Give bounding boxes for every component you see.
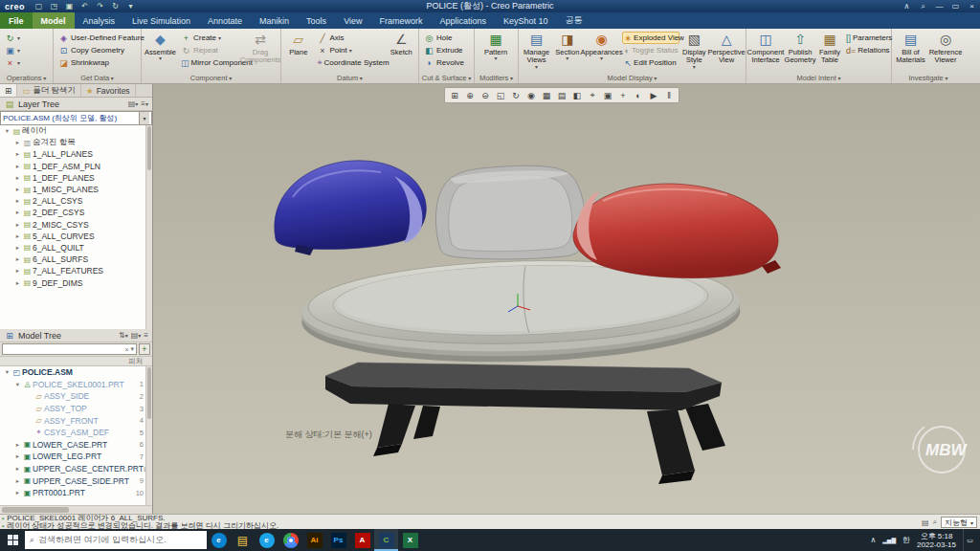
- group-label-datum[interactable]: Datum: [281, 74, 418, 83]
- layer-list-scrollbar[interactable]: [145, 125, 152, 329]
- component-interface-button[interactable]: ◫ Component Interface: [748, 30, 783, 74]
- navtab-favorites[interactable]: ★Favorites: [81, 84, 136, 97]
- layer-row[interactable]: ▸▤6_ALL_QUILT: [0, 242, 152, 253]
- layer-row[interactable]: ▸▤2_ALL_CSYS: [0, 195, 152, 207]
- group-label-cut-surface[interactable]: Cut & Surface: [419, 74, 474, 83]
- regenerate-button[interactable]: ↻▾: [2, 32, 23, 44]
- section-button[interactable]: ◨ Section▾: [553, 30, 581, 74]
- shading-icon[interactable]: ◉: [524, 89, 538, 102]
- taskbar-app-edge[interactable]: e: [207, 529, 231, 551]
- ime-indicator[interactable]: 한: [902, 535, 910, 545]
- hole-button[interactable]: ◎Hole: [421, 32, 467, 44]
- tab-manikin[interactable]: Manikin: [251, 12, 298, 29]
- new-icon[interactable]: ▢: [33, 1, 45, 12]
- plane-button[interactable]: ▱ Plane: [283, 30, 314, 74]
- layer-row[interactable]: ▸▤1_DEF_ASM_PLN: [0, 161, 152, 172]
- tree-sort-icon[interactable]: ⇅▾: [119, 331, 128, 340]
- tree-search-input[interactable]: × ▾: [2, 343, 137, 355]
- restore-button[interactable]: ▭: [947, 0, 964, 12]
- parameters-button[interactable]: []Parameters: [843, 32, 889, 44]
- layer-row[interactable]: ▸▤9_DEF_DIMS: [0, 276, 152, 288]
- minimize-button[interactable]: —: [931, 0, 947, 12]
- tree-root-row[interactable]: ▾◰POLICE.ASM: [0, 366, 152, 379]
- perspective-view-button[interactable]: △ Perspective View: [709, 30, 744, 74]
- tree-row[interactable]: ▸▣UPPER_CASE_CENTER.PRT8: [0, 463, 152, 475]
- taskbar-app-illustrator[interactable]: Ai: [302, 529, 326, 551]
- ribbon-collapse-icon[interactable]: ∧: [899, 0, 915, 12]
- customize-qat-icon[interactable]: ▾: [124, 1, 137, 12]
- active-model-combobox[interactable]: POLICE.ASM (최상위 모델, 활성) ▾: [0, 111, 152, 125]
- taskbar-clock[interactable]: 오후 5:18 2022-03-15: [917, 532, 956, 549]
- zoom-in-icon[interactable]: ⊕: [463, 89, 477, 102]
- collapse-icon[interactable]: ▾: [3, 127, 11, 135]
- group-label-get-data[interactable]: Get Data: [54, 74, 141, 83]
- tab-tools[interactable]: Tools: [298, 12, 335, 29]
- taskbar-search-input[interactable]: ⌕ 검색하려면 여기에 입력하십시오.: [25, 531, 207, 549]
- undo-icon[interactable]: ↶: [78, 1, 91, 12]
- taskbar-app-chrome[interactable]: [278, 529, 302, 551]
- tab-file[interactable]: File: [0, 12, 33, 29]
- taskbar-app-photoshop[interactable]: Ps: [326, 529, 350, 551]
- taskbar-app-creo[interactable]: C: [374, 529, 398, 551]
- display-style-icon[interactable]: ▦: [540, 89, 553, 102]
- repaint-icon[interactable]: ↻: [509, 89, 523, 102]
- redo-icon[interactable]: ↷: [94, 1, 106, 12]
- tree-row[interactable]: ▸▣PRT0001.PRT10: [0, 487, 152, 499]
- upper-case-center-part[interactable]: [435, 165, 585, 259]
- layer-row[interactable]: ▸▤1_MISC_PLANES: [0, 184, 152, 195]
- toggle-status-button[interactable]: ◐Toggle Status: [622, 44, 679, 56]
- shrinkwrap-button[interactable]: ◪Shrinkwrap: [56, 56, 147, 69]
- upper-case-side-red-part[interactable]: [573, 184, 781, 278]
- extrude-button[interactable]: ◧Extrude: [421, 44, 467, 56]
- lower-case-part[interactable]: [325, 363, 725, 484]
- tab-common[interactable]: 공통: [557, 12, 591, 29]
- layer-row[interactable]: ▸▤1_DEF_PLANES: [0, 172, 152, 184]
- navtab-model-tree[interactable]: ⊞: [0, 84, 17, 97]
- combobox-dropdown-icon[interactable]: ▾: [139, 112, 149, 124]
- exploded-view-button[interactable]: ∗Exploded View: [622, 32, 679, 44]
- saved-orientations-icon[interactable]: ▤: [555, 89, 568, 102]
- layer-row[interactable]: ▸▤7_ALL_FEATURES: [0, 265, 152, 276]
- reference-viewer-button[interactable]: ◎ Reference Viewer: [928, 30, 963, 74]
- network-icon[interactable]: ▂▅▇: [882, 537, 896, 543]
- upper-case-side-blue-part[interactable]: [275, 161, 427, 255]
- point-button[interactable]: ×Point▾: [315, 44, 386, 56]
- clear-search-icon[interactable]: ×: [124, 346, 128, 353]
- layer-show-menu-icon[interactable]: ▤▾: [128, 99, 139, 108]
- layer-root-row[interactable]: ▾▤레이어: [0, 125, 152, 137]
- tree-row[interactable]: ▸▣LOWER_CASE.PRT6: [0, 439, 152, 452]
- assemble-button[interactable]: ◆ Assemble▾: [144, 30, 177, 74]
- delete-button[interactable]: ×▾: [2, 56, 23, 69]
- group-label-modifiers[interactable]: Modifiers: [475, 74, 518, 83]
- selection-filter-dropdown[interactable]: 지능형 ▾: [941, 517, 977, 528]
- search-options-icon[interactable]: ▾: [130, 345, 134, 353]
- sketch-button[interactable]: ∠ Sketch: [387, 30, 417, 74]
- tree-row[interactable]: ▱ASSY_TOP3: [0, 403, 152, 415]
- layer-settings-icon[interactable]: ≡▾: [141, 99, 148, 108]
- layer-row[interactable]: ▸▤6_ALL_SURFS: [0, 253, 152, 265]
- datum-display-filters-icon[interactable]: ⌖: [586, 89, 599, 102]
- play-icon[interactable]: ▶: [647, 89, 660, 102]
- tab-view[interactable]: View: [335, 12, 370, 29]
- spin-center-icon[interactable]: +: [616, 89, 630, 102]
- taskbar-app-internet-explorer[interactable]: e: [255, 529, 278, 551]
- 3d-viewport[interactable]: MBW ⊞ ⊕ ⊖ ◱ ↻ ◉ ▦ ▤ ◧ ⌖ ▣ + ◐ ▶ ‖ 분해 상태:…: [153, 84, 980, 514]
- feature-number-column-header[interactable]: 피처: [0, 357, 152, 366]
- zoom-window-icon[interactable]: ⊞: [448, 89, 461, 102]
- close-button[interactable]: ×: [964, 0, 980, 12]
- model-canvas[interactable]: MBW: [153, 84, 980, 514]
- taskbar-app-file-explorer[interactable]: ▤: [231, 529, 255, 551]
- tree-list-scrollbar[interactable]: [145, 366, 152, 505]
- layer-row[interactable]: ▸▤2_MISC_CSYS: [0, 219, 152, 231]
- pattern-button[interactable]: ▦ Pattern▾: [477, 30, 515, 74]
- tree-row[interactable]: ▸▣LOWER_LEG.PRT7: [0, 451, 152, 463]
- tree-row[interactable]: ▱ASSY_FRONT4: [0, 414, 152, 427]
- regenerate-icon[interactable]: ↻: [109, 1, 122, 12]
- layer-row[interactable]: ▸▥숨겨진 항목: [0, 137, 152, 148]
- tree-row[interactable]: ▾◬POLICE_SKEL0001.PRT1: [0, 379, 152, 391]
- message-log-icon[interactable]: ▤: [922, 518, 929, 527]
- user-defined-feature-button[interactable]: ◈User-Defined Feature: [56, 32, 147, 44]
- view-manager-icon[interactable]: ◧: [570, 89, 584, 102]
- command-search-icon[interactable]: ⌕: [915, 0, 931, 12]
- tree-show-menu-icon[interactable]: ▤▾: [131, 331, 142, 340]
